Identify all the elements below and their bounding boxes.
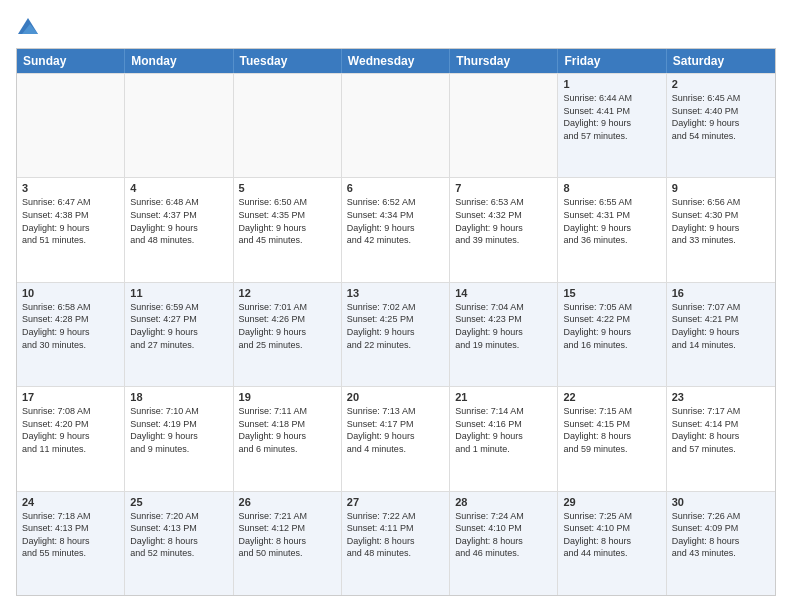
day-number: 7 — [455, 182, 552, 194]
calendar: SundayMondayTuesdayWednesdayThursdayFrid… — [16, 48, 776, 596]
cell-info-text: Sunrise: 6:59 AM Sunset: 4:27 PM Dayligh… — [130, 301, 227, 351]
calendar-row-0: 1Sunrise: 6:44 AM Sunset: 4:41 PM Daylig… — [17, 73, 775, 177]
calendar-cell-day-23: 23Sunrise: 7:17 AM Sunset: 4:14 PM Dayli… — [667, 387, 775, 490]
header-day-sunday: Sunday — [17, 49, 125, 73]
cell-info-text: Sunrise: 6:53 AM Sunset: 4:32 PM Dayligh… — [455, 196, 552, 246]
cell-info-text: Sunrise: 7:01 AM Sunset: 4:26 PM Dayligh… — [239, 301, 336, 351]
day-number: 29 — [563, 496, 660, 508]
calendar-cell-day-19: 19Sunrise: 7:11 AM Sunset: 4:18 PM Dayli… — [234, 387, 342, 490]
calendar-cell-day-25: 25Sunrise: 7:20 AM Sunset: 4:13 PM Dayli… — [125, 492, 233, 595]
calendar-cell-day-15: 15Sunrise: 7:05 AM Sunset: 4:22 PM Dayli… — [558, 283, 666, 386]
cell-info-text: Sunrise: 7:13 AM Sunset: 4:17 PM Dayligh… — [347, 405, 444, 455]
header-day-tuesday: Tuesday — [234, 49, 342, 73]
cell-info-text: Sunrise: 7:17 AM Sunset: 4:14 PM Dayligh… — [672, 405, 770, 455]
cell-info-text: Sunrise: 7:05 AM Sunset: 4:22 PM Dayligh… — [563, 301, 660, 351]
logo — [16, 16, 44, 40]
calendar-cell-day-26: 26Sunrise: 7:21 AM Sunset: 4:12 PM Dayli… — [234, 492, 342, 595]
calendar-cell-day-21: 21Sunrise: 7:14 AM Sunset: 4:16 PM Dayli… — [450, 387, 558, 490]
calendar-row-4: 24Sunrise: 7:18 AM Sunset: 4:13 PM Dayli… — [17, 491, 775, 595]
day-number: 27 — [347, 496, 444, 508]
day-number: 13 — [347, 287, 444, 299]
calendar-cell-empty — [234, 74, 342, 177]
day-number: 19 — [239, 391, 336, 403]
cell-info-text: Sunrise: 7:24 AM Sunset: 4:10 PM Dayligh… — [455, 510, 552, 560]
logo-icon — [16, 16, 40, 40]
day-number: 5 — [239, 182, 336, 194]
day-number: 21 — [455, 391, 552, 403]
day-number: 1 — [563, 78, 660, 90]
day-number: 9 — [672, 182, 770, 194]
calendar-cell-day-30: 30Sunrise: 7:26 AM Sunset: 4:09 PM Dayli… — [667, 492, 775, 595]
day-number: 11 — [130, 287, 227, 299]
calendar-cell-day-1: 1Sunrise: 6:44 AM Sunset: 4:41 PM Daylig… — [558, 74, 666, 177]
cell-info-text: Sunrise: 7:08 AM Sunset: 4:20 PM Dayligh… — [22, 405, 119, 455]
calendar-cell-day-18: 18Sunrise: 7:10 AM Sunset: 4:19 PM Dayli… — [125, 387, 233, 490]
calendar-cell-day-3: 3Sunrise: 6:47 AM Sunset: 4:38 PM Daylig… — [17, 178, 125, 281]
day-number: 25 — [130, 496, 227, 508]
cell-info-text: Sunrise: 7:20 AM Sunset: 4:13 PM Dayligh… — [130, 510, 227, 560]
calendar-body: 1Sunrise: 6:44 AM Sunset: 4:41 PM Daylig… — [17, 73, 775, 595]
calendar-cell-day-29: 29Sunrise: 7:25 AM Sunset: 4:10 PM Dayli… — [558, 492, 666, 595]
day-number: 20 — [347, 391, 444, 403]
calendar-cell-day-12: 12Sunrise: 7:01 AM Sunset: 4:26 PM Dayli… — [234, 283, 342, 386]
calendar-cell-day-20: 20Sunrise: 7:13 AM Sunset: 4:17 PM Dayli… — [342, 387, 450, 490]
header-day-thursday: Thursday — [450, 49, 558, 73]
calendar-cell-empty — [17, 74, 125, 177]
calendar-cell-day-2: 2Sunrise: 6:45 AM Sunset: 4:40 PM Daylig… — [667, 74, 775, 177]
day-number: 28 — [455, 496, 552, 508]
calendar-row-2: 10Sunrise: 6:58 AM Sunset: 4:28 PM Dayli… — [17, 282, 775, 386]
day-number: 26 — [239, 496, 336, 508]
day-number: 23 — [672, 391, 770, 403]
calendar-header: SundayMondayTuesdayWednesdayThursdayFrid… — [17, 49, 775, 73]
calendar-cell-day-4: 4Sunrise: 6:48 AM Sunset: 4:37 PM Daylig… — [125, 178, 233, 281]
cell-info-text: Sunrise: 7:26 AM Sunset: 4:09 PM Dayligh… — [672, 510, 770, 560]
page: SundayMondayTuesdayWednesdayThursdayFrid… — [0, 0, 792, 612]
calendar-cell-day-5: 5Sunrise: 6:50 AM Sunset: 4:35 PM Daylig… — [234, 178, 342, 281]
cell-info-text: Sunrise: 6:47 AM Sunset: 4:38 PM Dayligh… — [22, 196, 119, 246]
day-number: 6 — [347, 182, 444, 194]
day-number: 17 — [22, 391, 119, 403]
cell-info-text: Sunrise: 6:56 AM Sunset: 4:30 PM Dayligh… — [672, 196, 770, 246]
calendar-cell-day-11: 11Sunrise: 6:59 AM Sunset: 4:27 PM Dayli… — [125, 283, 233, 386]
cell-info-text: Sunrise: 6:44 AM Sunset: 4:41 PM Dayligh… — [563, 92, 660, 142]
calendar-cell-day-6: 6Sunrise: 6:52 AM Sunset: 4:34 PM Daylig… — [342, 178, 450, 281]
header — [16, 16, 776, 40]
calendar-cell-day-14: 14Sunrise: 7:04 AM Sunset: 4:23 PM Dayli… — [450, 283, 558, 386]
calendar-cell-day-24: 24Sunrise: 7:18 AM Sunset: 4:13 PM Dayli… — [17, 492, 125, 595]
calendar-row-3: 17Sunrise: 7:08 AM Sunset: 4:20 PM Dayli… — [17, 386, 775, 490]
day-number: 10 — [22, 287, 119, 299]
cell-info-text: Sunrise: 7:25 AM Sunset: 4:10 PM Dayligh… — [563, 510, 660, 560]
calendar-cell-day-9: 9Sunrise: 6:56 AM Sunset: 4:30 PM Daylig… — [667, 178, 775, 281]
calendar-cell-empty — [125, 74, 233, 177]
calendar-cell-day-16: 16Sunrise: 7:07 AM Sunset: 4:21 PM Dayli… — [667, 283, 775, 386]
header-day-saturday: Saturday — [667, 49, 775, 73]
cell-info-text: Sunrise: 7:22 AM Sunset: 4:11 PM Dayligh… — [347, 510, 444, 560]
day-number: 3 — [22, 182, 119, 194]
day-number: 24 — [22, 496, 119, 508]
cell-info-text: Sunrise: 7:10 AM Sunset: 4:19 PM Dayligh… — [130, 405, 227, 455]
day-number: 8 — [563, 182, 660, 194]
calendar-cell-day-10: 10Sunrise: 6:58 AM Sunset: 4:28 PM Dayli… — [17, 283, 125, 386]
calendar-cell-day-22: 22Sunrise: 7:15 AM Sunset: 4:15 PM Dayli… — [558, 387, 666, 490]
cell-info-text: Sunrise: 6:50 AM Sunset: 4:35 PM Dayligh… — [239, 196, 336, 246]
calendar-row-1: 3Sunrise: 6:47 AM Sunset: 4:38 PM Daylig… — [17, 177, 775, 281]
cell-info-text: Sunrise: 6:45 AM Sunset: 4:40 PM Dayligh… — [672, 92, 770, 142]
calendar-cell-day-7: 7Sunrise: 6:53 AM Sunset: 4:32 PM Daylig… — [450, 178, 558, 281]
cell-info-text: Sunrise: 6:48 AM Sunset: 4:37 PM Dayligh… — [130, 196, 227, 246]
calendar-cell-day-27: 27Sunrise: 7:22 AM Sunset: 4:11 PM Dayli… — [342, 492, 450, 595]
day-number: 22 — [563, 391, 660, 403]
cell-info-text: Sunrise: 7:02 AM Sunset: 4:25 PM Dayligh… — [347, 301, 444, 351]
day-number: 15 — [563, 287, 660, 299]
cell-info-text: Sunrise: 7:11 AM Sunset: 4:18 PM Dayligh… — [239, 405, 336, 455]
day-number: 14 — [455, 287, 552, 299]
day-number: 4 — [130, 182, 227, 194]
cell-info-text: Sunrise: 7:04 AM Sunset: 4:23 PM Dayligh… — [455, 301, 552, 351]
cell-info-text: Sunrise: 7:14 AM Sunset: 4:16 PM Dayligh… — [455, 405, 552, 455]
cell-info-text: Sunrise: 7:18 AM Sunset: 4:13 PM Dayligh… — [22, 510, 119, 560]
calendar-cell-day-8: 8Sunrise: 6:55 AM Sunset: 4:31 PM Daylig… — [558, 178, 666, 281]
calendar-cell-day-13: 13Sunrise: 7:02 AM Sunset: 4:25 PM Dayli… — [342, 283, 450, 386]
cell-info-text: Sunrise: 7:21 AM Sunset: 4:12 PM Dayligh… — [239, 510, 336, 560]
calendar-cell-empty — [450, 74, 558, 177]
calendar-cell-day-17: 17Sunrise: 7:08 AM Sunset: 4:20 PM Dayli… — [17, 387, 125, 490]
header-day-wednesday: Wednesday — [342, 49, 450, 73]
